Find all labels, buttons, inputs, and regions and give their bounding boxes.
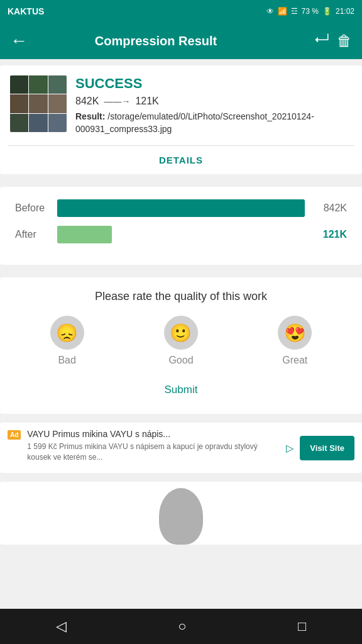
visit-site-button[interactable]: Visit Site	[300, 436, 354, 460]
delete-button[interactable]: 🗑	[337, 32, 352, 50]
rating-great[interactable]: 😍 Great	[278, 316, 312, 366]
share-button[interactable]: ⮠	[314, 32, 329, 50]
header: ← Compression Result ⮠ 🗑	[0, 23, 362, 59]
size-row: 842K ——→ 121K	[75, 96, 352, 107]
rating-good[interactable]: 🙂 Good	[164, 316, 198, 366]
great-label: Great	[282, 355, 307, 366]
thumb-2	[29, 75, 47, 94]
eye-icon: 👁	[266, 7, 274, 16]
back-button[interactable]: ←	[10, 31, 28, 51]
bad-label: Bad	[58, 355, 75, 366]
good-label: Good	[168, 355, 193, 366]
thumbnail-grid	[10, 75, 67, 132]
after-bar-fill	[57, 226, 112, 243]
person-image-area	[0, 482, 362, 545]
after-value: 121K	[312, 229, 347, 240]
ad-section: Ad VAYU Primus mikina VAYU s nápis... 1 …	[0, 423, 362, 473]
rating-section: Please rate the quality of this work 😞 B…	[0, 277, 362, 414]
time-text: 21:02	[336, 7, 354, 16]
home-nav-button[interactable]: ○	[178, 618, 186, 635]
recent-nav-button[interactable]: □	[298, 618, 306, 635]
page-title: Compression Result	[35, 34, 277, 48]
before-label: Before	[15, 203, 50, 214]
rating-options: 😞 Bad 🙂 Good 😍 Great	[10, 316, 352, 366]
battery-icon: 🔋	[322, 7, 332, 16]
thumb-3	[48, 75, 67, 94]
ad-description: 1 599 Kč Primus mikina VAYU s nápisem a …	[27, 441, 280, 463]
details-button[interactable]: DETAILS	[0, 146, 362, 174]
result-card: SUCCESS 842K ——→ 121K Result: /storage/e…	[0, 65, 362, 174]
size-before: 842K	[75, 96, 99, 107]
before-bar-row: Before 842K	[15, 199, 347, 217]
rating-bad[interactable]: 😞 Bad	[50, 316, 84, 366]
ad-arrow-icon: ▷	[286, 442, 293, 454]
before-bar-fill	[57, 199, 305, 217]
wifi-icon: 📶	[278, 7, 287, 16]
thumb-5	[29, 94, 47, 113]
thumb-9	[48, 114, 67, 132]
status-bar: KAKTUS 👁 📶 ☲ 73 % 🔋 21:02	[0, 0, 362, 23]
ad-title: VAYU Primus mikina VAYU s nápis...	[27, 429, 280, 439]
before-bar-track	[57, 199, 305, 217]
thumb-7	[10, 114, 28, 132]
good-emoji: 🙂	[164, 316, 198, 350]
bottom-navigation: ◁ ○ □	[0, 609, 362, 644]
result-path-text: Result: /storage/emulated/0/LitPhoto/Scr…	[75, 111, 352, 135]
signal-icon: ☲	[291, 7, 298, 16]
result-label: Result:	[75, 111, 105, 121]
ad-badge: Ad	[8, 430, 21, 440]
after-bar-track	[57, 226, 305, 243]
person-head	[159, 488, 203, 545]
success-info: SUCCESS 842K ——→ 121K Result: /storage/e…	[75, 75, 352, 135]
status-icons: 👁 📶 ☲ 73 % 🔋 21:02	[266, 7, 354, 16]
compression-bars: Before 842K After 121K	[0, 187, 362, 265]
after-label: After	[15, 229, 50, 240]
carrier-text: KAKTUS	[8, 6, 44, 16]
battery-text: 73 %	[302, 7, 319, 16]
thumb-4	[10, 94, 28, 113]
before-value: 842K	[312, 203, 347, 214]
bad-emoji: 😞	[50, 316, 84, 350]
arrow-icon: ——→	[104, 96, 130, 106]
submit-button[interactable]: Submit	[10, 376, 352, 404]
success-title: SUCCESS	[75, 75, 352, 92]
result-path: /storage/emulated/0/LitPhoto/Screenshot_…	[75, 111, 314, 134]
size-after: 121K	[135, 96, 158, 107]
thumb-6	[48, 94, 67, 113]
great-emoji: 😍	[278, 316, 312, 350]
after-bar-row: After 121K	[15, 226, 347, 243]
success-section: SUCCESS 842K ——→ 121K Result: /storage/e…	[0, 65, 362, 145]
thumb-8	[29, 114, 47, 132]
back-nav-button[interactable]: ◁	[56, 618, 67, 635]
thumb-1	[10, 75, 28, 94]
rating-title: Please rate the quality of this work	[10, 290, 352, 303]
ad-content: VAYU Primus mikina VAYU s nápis... 1 599…	[27, 429, 280, 463]
